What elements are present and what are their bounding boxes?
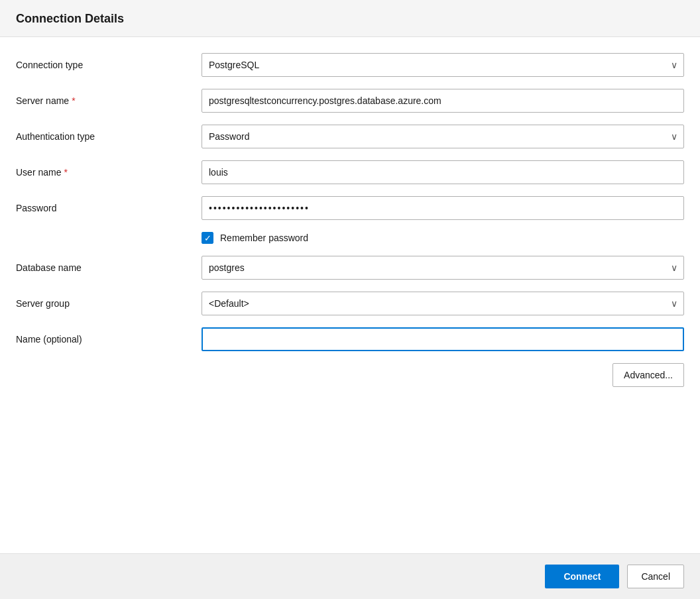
server-name-label: Server name [16,95,69,106]
user-name-required: * [64,167,67,178]
server-name-label-wrapper: Server name * [16,95,202,106]
connection-type-label: Connection type [16,60,202,70]
cancel-button[interactable]: Cancel [627,565,684,588]
user-name-wrapper [202,160,684,184]
database-name-wrapper: postgres ∨ [202,256,684,280]
dialog-body: Connection type PostgreSQL ∨ Server name… [0,37,700,553]
user-name-label: User name [16,167,61,178]
server-name-row: Server name * [16,89,684,113]
connection-type-wrapper: PostgreSQL ∨ [202,53,684,77]
connection-type-select[interactable]: PostgreSQL [202,53,684,77]
password-input[interactable] [202,196,684,220]
database-name-row: Database name postgres ∨ [16,256,684,280]
advanced-row: Advanced... [16,363,684,387]
dialog-footer: Connect Cancel [0,553,700,599]
remember-password-text: Remember password [220,233,308,243]
connection-type-row: Connection type PostgreSQL ∨ [16,53,684,77]
name-optional-input[interactable] [202,327,684,351]
user-name-input[interactable] [202,160,684,184]
auth-type-label: Authentication type [16,131,202,142]
auth-type-select[interactable]: Password [202,125,684,148]
dialog-header: Connection Details [0,0,700,37]
remember-password-label[interactable]: ✓ Remember password [202,232,308,244]
server-group-label: Server group [16,298,202,309]
remember-password-checkbox[interactable]: ✓ [202,232,213,244]
auth-type-wrapper: Password ∨ [202,125,684,148]
connect-button[interactable]: Connect [545,565,619,588]
password-label: Password [16,203,202,213]
password-wrapper [202,196,684,220]
remember-password-row: ✓ Remember password [16,232,684,244]
name-optional-row: Name (optional) [16,327,684,351]
user-name-label-wrapper: User name * [16,167,202,178]
advanced-button[interactable]: Advanced... [612,363,684,387]
server-group-row: Server group <Default> ∨ [16,292,684,315]
server-group-select[interactable]: <Default> [202,292,684,315]
user-name-row: User name * [16,160,684,184]
server-name-required: * [72,95,75,106]
dialog-title: Connection Details [16,12,684,26]
database-name-label: Database name [16,262,202,273]
database-name-select[interactable]: postgres [202,256,684,280]
name-optional-wrapper [202,327,684,351]
name-optional-label: Name (optional) [16,334,202,345]
server-group-wrapper: <Default> ∨ [202,292,684,315]
connection-dialog: Connection Details Connection type Postg… [0,0,700,599]
auth-type-row: Authentication type Password ∨ [16,125,684,148]
server-name-wrapper [202,89,684,113]
password-row: Password [16,196,684,220]
checkmark-icon: ✓ [204,234,211,243]
server-name-input[interactable] [202,89,684,113]
